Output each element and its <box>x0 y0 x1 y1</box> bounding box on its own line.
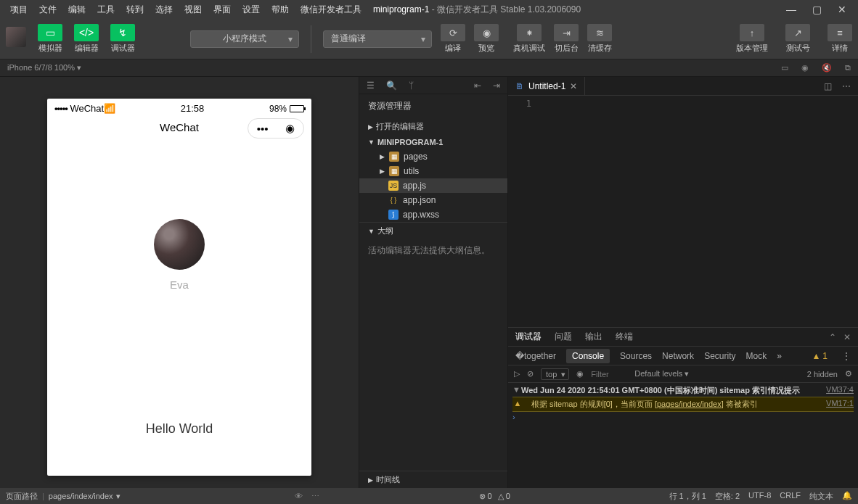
compile-button[interactable]: ⟳ <box>441 24 465 41</box>
detach-icon[interactable]: ⧉ <box>845 63 851 73</box>
simulator-button[interactable]: ▭ <box>38 24 62 41</box>
editor-tab[interactable]: 🗎 Untitled-1 ✕ <box>508 77 585 95</box>
remote-debug-button[interactable]: ⁕ <box>517 24 542 41</box>
menu-project[interactable]: 项目 <box>4 4 33 16</box>
file-app-js[interactable]: JSapp.js <box>359 178 507 193</box>
rotate-icon[interactable]: ▭ <box>781 63 788 73</box>
split-icon[interactable]: ◫ <box>824 81 832 91</box>
more-footer-icon[interactable]: ⋯ <box>311 492 319 501</box>
project-section[interactable]: ▼MINIPROGRAM-1 <box>359 135 507 149</box>
more-icon[interactable]: ⋯ <box>842 81 851 91</box>
timeline-section[interactable]: ▶时间线 <box>359 471 507 488</box>
path-dropdown-icon[interactable]: ▾ <box>116 492 120 501</box>
inspect-icon[interactable]: �together <box>515 351 556 361</box>
menu-devtools[interactable]: 微信开发者工具 <box>295 4 367 16</box>
devtab-security[interactable]: Security <box>704 351 735 361</box>
log-warn-text: 根据 sitemap 的规则[0]，当前页面 [pages/index/inde… <box>531 399 758 410</box>
menu-help[interactable]: 帮助 <box>266 4 295 16</box>
user-avatar[interactable] <box>6 27 26 47</box>
tab-close-icon[interactable]: ✕ <box>570 81 577 91</box>
preview-button[interactable]: ◉ <box>474 24 499 41</box>
detail-button[interactable]: ≡ <box>828 24 852 41</box>
chevron-up-icon[interactable]: ⌃ <box>829 332 836 342</box>
eol[interactable]: CRLF <box>780 491 801 502</box>
cursor-pos[interactable]: 行 1，列 1 <box>669 491 706 502</box>
mute-icon[interactable]: 🔇 <box>822 63 832 73</box>
status-battery: 98% <box>269 104 304 114</box>
menu-goto[interactable]: 转到 <box>120 4 150 16</box>
gear-icon[interactable]: ⚙ <box>845 369 852 379</box>
explorer-menu-icon[interactable]: ☰ <box>367 80 375 91</box>
devtab-network[interactable]: Network <box>662 351 694 361</box>
open-editors-section[interactable]: ▶打开的编辑器 <box>359 118 507 135</box>
tab-debugger[interactable]: 调试器 <box>515 331 542 343</box>
profile-avatar[interactable] <box>154 219 205 270</box>
collapse-icon[interactable]: ⇤ <box>474 80 481 91</box>
file-app-wxss[interactable]: ⟆app.wxss <box>359 207 507 222</box>
error-count[interactable]: ⊗ 0 <box>479 492 492 501</box>
console-play-icon[interactable]: ▷ <box>514 369 520 379</box>
log-source-2[interactable]: VM17:1 <box>820 399 854 410</box>
menu-file[interactable]: 文件 <box>33 4 62 16</box>
capsule-menu-icon[interactable]: ••• <box>257 123 269 135</box>
menu-view[interactable]: 视图 <box>179 4 208 16</box>
device-select[interactable]: iPhone 6/7/8 100% ▾ <box>7 63 81 73</box>
close-panel-icon[interactable]: ⇥ <box>493 80 500 91</box>
outline-section[interactable]: ▼大纲 <box>359 222 507 239</box>
expand-icon[interactable]: ▼ <box>512 385 521 396</box>
search-icon[interactable]: 🔍 <box>386 80 397 91</box>
menu-settings[interactable]: 设置 <box>237 4 266 16</box>
menu-edit[interactable]: 编辑 <box>62 4 91 16</box>
maximize-icon[interactable]: ▢ <box>812 4 822 15</box>
file-app-json[interactable]: { }app.json <box>359 193 507 207</box>
menu-ui[interactable]: 界面 <box>208 4 237 16</box>
minimize-icon[interactable]: ― <box>786 4 796 15</box>
devtools-more-icon[interactable]: ⋮ <box>842 351 851 361</box>
record-icon[interactable]: ◉ <box>801 63 809 73</box>
context-select[interactable]: top <box>541 368 569 380</box>
devtab-console[interactable]: Console <box>566 349 610 363</box>
background-button[interactable]: ⇥ <box>554 24 579 41</box>
branch-icon[interactable]: ᛘ <box>409 80 414 91</box>
testno-button[interactable]: ↗ <box>785 24 810 41</box>
devtab-sources[interactable]: Sources <box>620 351 652 361</box>
compile-select[interactable]: 普通编译 <box>323 30 432 48</box>
log-source-1[interactable]: VM37:4 <box>820 385 854 396</box>
filter-input[interactable] <box>591 370 627 379</box>
hidden-count: 2 hidden <box>807 370 838 379</box>
editor-button[interactable]: </> <box>74 24 99 41</box>
menu-select[interactable]: 选择 <box>150 4 179 16</box>
language-mode[interactable]: 纯文本 <box>809 491 833 502</box>
debugger-button[interactable]: ↯ <box>110 24 135 41</box>
console-prompt[interactable]: › <box>512 413 515 421</box>
eye-icon[interactable]: ◉ <box>576 369 584 379</box>
page-path[interactable]: pages/index/index <box>49 492 113 500</box>
capsule[interactable]: •••◉ <box>248 118 304 139</box>
console-clear-icon[interactable]: ⊘ <box>527 369 534 379</box>
clear-cache-button[interactable]: ≋ <box>587 24 612 41</box>
devtab-mock[interactable]: Mock <box>745 351 767 361</box>
capsule-close-icon[interactable]: ◉ <box>285 122 295 135</box>
encoding[interactable]: UTF-8 <box>748 491 771 502</box>
page-path-label: 页面路径 <box>6 491 38 502</box>
tab-problems[interactable]: 问题 <box>555 331 572 343</box>
warning-badge[interactable]: ▲ 1 <box>812 351 828 361</box>
editor-body[interactable]: 1 <box>508 96 858 327</box>
menu-tools[interactable]: 工具 <box>91 4 120 16</box>
indent[interactable]: 空格: 2 <box>715 491 740 502</box>
folder-utils[interactable]: ▶▦utils <box>359 164 507 178</box>
folder-pages[interactable]: ▶▦pages <box>359 149 507 164</box>
close-icon[interactable]: ✕ <box>838 4 846 15</box>
tab-output[interactable]: 输出 <box>585 331 602 343</box>
gutter: 1 <box>508 96 537 327</box>
mode-select[interactable]: 小程序模式 <box>190 30 299 48</box>
main-toolbar: ▭模拟器 </>编辑器 ↯调试器 小程序模式 普通编译 ⟳编译 ◉预览 ⁕真机调… <box>0 19 858 59</box>
tab-terminal[interactable]: 终端 <box>616 331 633 343</box>
version-button[interactable]: ↑ <box>740 24 764 41</box>
warn-count[interactable]: △ 0 <box>498 492 510 501</box>
eye-icon-footer[interactable]: 👁 <box>295 492 303 501</box>
panel-close-icon[interactable]: ✕ <box>843 332 851 342</box>
levels-select[interactable]: Default levels ▾ <box>634 369 689 379</box>
bell-icon[interactable]: 🔔 <box>842 491 852 502</box>
devtab-more[interactable]: » <box>777 351 782 361</box>
